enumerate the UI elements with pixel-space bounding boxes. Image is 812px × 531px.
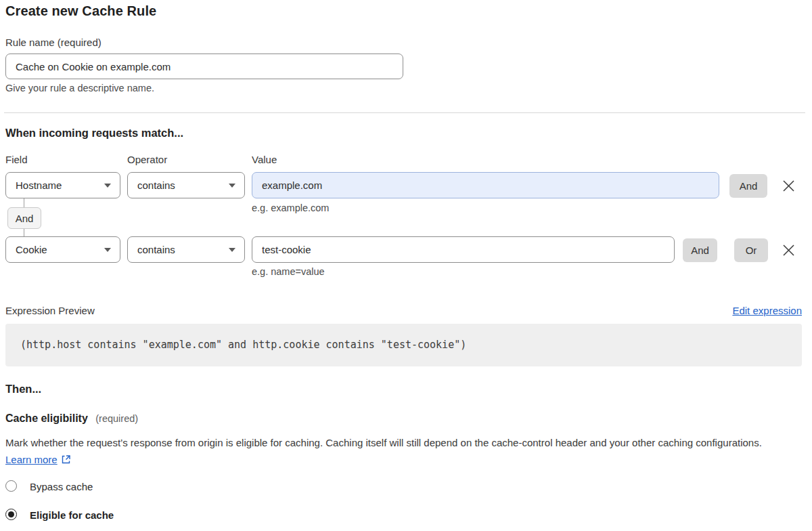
connector-line-top	[24, 198, 24, 207]
rule-name-input[interactable]	[5, 54, 403, 79]
edit-expression-link[interactable]: Edit expression	[732, 305, 802, 316]
radio-eligible-for-cache[interactable]	[5, 509, 17, 520]
close-icon[interactable]	[780, 177, 796, 194]
column-label-field: Field	[5, 154, 28, 165]
then-heading: Then...	[5, 383, 41, 396]
create-cache-rule-page: Create new Cache Rule Rule name (require…	[0, 0, 812, 531]
operator-select-row2[interactable]: contains	[127, 236, 245, 263]
cache-eligibility-heading: Cache eligibility	[5, 412, 88, 424]
operator-select-row1-value: contains	[137, 179, 175, 191]
learn-more-link[interactable]: Learn more	[5, 454, 58, 465]
description-text: Mark whether the request’s response from…	[5, 437, 762, 448]
field-select-row2-value: Cookie	[16, 244, 47, 255]
close-icon-glyph	[782, 244, 795, 257]
chevron-down-icon	[229, 248, 235, 252]
chevron-down-icon	[229, 184, 235, 188]
field-select-row2[interactable]: Cookie	[5, 236, 120, 263]
value-hint-row2: e.g. name=value	[252, 266, 325, 277]
value-hint-row1: e.g. example.com	[252, 203, 329, 213]
rule-name-label: Rule name (required)	[5, 37, 102, 48]
field-select-row1-value: Hostname	[16, 179, 62, 191]
rule-name-helper: Give your rule a descriptive name.	[5, 83, 154, 93]
match-heading: When incoming requests match...	[5, 127, 183, 140]
required-note: (required)	[95, 413, 138, 424]
radio-eligible-for-cache-label: Eligible for cache	[30, 509, 114, 521]
or-button-row2[interactable]: Or	[734, 238, 768, 262]
radio-bypass-cache-label: Bypass cache	[30, 481, 93, 492]
cache-eligibility-heading-row: Cache eligibility (required)	[5, 412, 138, 425]
chevron-down-icon	[104, 248, 111, 252]
column-label-value: Value	[252, 154, 277, 165]
radio-bypass-cache[interactable]	[5, 480, 17, 492]
close-icon[interactable]	[780, 242, 796, 258]
operator-select-row1[interactable]: contains	[127, 172, 245, 198]
cache-eligibility-description: Mark whether the request’s response from…	[5, 434, 785, 468]
expression-code-block: (http.host contains "example.com" and ht…	[5, 324, 802, 366]
connector-and-button[interactable]: And	[7, 207, 41, 229]
and-button-row1[interactable]: And	[729, 174, 767, 198]
and-button-row2[interactable]: And	[683, 238, 717, 262]
field-select-row1[interactable]: Hostname	[5, 172, 120, 198]
expression-preview-label: Expression Preview	[5, 305, 95, 316]
operator-select-row2-value: contains	[137, 244, 175, 255]
column-label-operator: Operator	[127, 154, 167, 165]
section-divider	[4, 112, 805, 113]
expression-code: (http.host contains "example.com" and ht…	[5, 324, 802, 366]
page-title: Create new Cache Rule	[5, 3, 156, 19]
value-input-row1[interactable]	[252, 172, 719, 198]
chevron-down-icon	[104, 184, 111, 188]
value-input-row2[interactable]	[252, 236, 675, 263]
close-icon-glyph	[782, 179, 795, 192]
external-link-icon	[61, 454, 71, 465]
